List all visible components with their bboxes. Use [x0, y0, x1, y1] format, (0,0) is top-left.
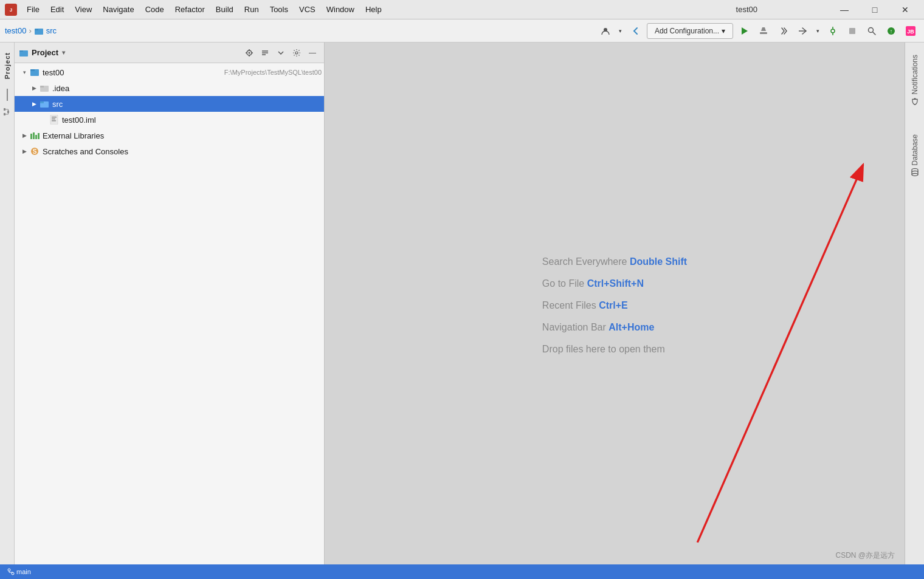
breadcrumb-folder[interactable]: src	[46, 26, 57, 35]
build-button[interactable]	[755, 22, 772, 39]
window-controls: — □ ✕	[830, 0, 919, 19]
minimize-button[interactable]: —	[830, 0, 858, 19]
project-panel-header: Project ▾	[15, 43, 324, 63]
breadcrumb: test00 › src	[5, 26, 57, 36]
menu-refactor[interactable]: Refactor	[170, 4, 210, 15]
tree-label-src: src	[52, 100, 322, 109]
tree-item-src[interactable]: ▶ src	[15, 96, 324, 112]
hint-recent-static: Recent Files	[542, 300, 596, 310]
structure-tab-icon[interactable]	[1, 106, 13, 118]
tree-item-idea[interactable]: ▶ .idea	[15, 80, 324, 96]
svg-line-14	[873, 32, 876, 35]
left-strip: Project	[0, 43, 15, 579]
back-button[interactable]	[627, 22, 644, 39]
project-panel-title-label: Project	[32, 48, 58, 57]
svg-marker-7	[761, 27, 766, 31]
menu-code[interactable]: Code	[140, 4, 169, 15]
svg-rect-39	[30, 69, 35, 71]
hint-drop-files: Drop files here to open them	[542, 344, 687, 355]
menu-navigate[interactable]: Navigate	[98, 4, 139, 15]
svg-text:↑: ↑	[890, 28, 893, 35]
menu-file[interactable]: File	[22, 4, 44, 15]
iml-file-icon	[49, 114, 60, 125]
user-dropdown-icon[interactable]: ▾	[616, 22, 625, 39]
add-configuration-button[interactable]: Add Configuration... ▾	[647, 23, 733, 39]
project-tab-label[interactable]: Project	[1, 47, 13, 84]
svg-rect-48	[30, 134, 32, 139]
locate-file-button[interactable]	[243, 46, 256, 60]
expand-arrow-idea[interactable]: ▶	[29, 85, 39, 91]
menu-view[interactable]: View	[70, 4, 97, 15]
hint-nav-static: Navigation Bar	[542, 322, 606, 332]
svg-rect-27	[19, 50, 23, 52]
hint-search-everywhere: Search Everywhere Double Shift	[542, 256, 687, 267]
svg-marker-5	[742, 27, 748, 35]
menu-window[interactable]: Window	[322, 4, 359, 15]
project-title-dropdown[interactable]: ▾	[62, 49, 65, 56]
profile-button[interactable]	[794, 22, 811, 39]
status-vcs[interactable]: main	[5, 568, 33, 575]
ext-libs-icon	[29, 130, 40, 141]
expand-arrow-src[interactable]: ▶	[29, 101, 39, 107]
menu-edit[interactable]: Edit	[46, 4, 69, 15]
tree-item-test00[interactable]: ▾ test00 F:\MyProjects\TestMySQL\test00	[15, 64, 324, 80]
svg-rect-44	[50, 115, 58, 125]
breadcrumb-project[interactable]: test00	[5, 26, 26, 35]
git-icon	[7, 568, 15, 575]
project-icon	[29, 67, 40, 78]
hint-goto-key: Ctrl+Shift+N	[587, 278, 644, 289]
svg-rect-51	[38, 133, 40, 139]
svg-rect-12	[849, 28, 855, 34]
update-button[interactable]: ↑	[883, 22, 900, 39]
project-folder-icon	[19, 49, 28, 57]
tree-item-scratches[interactable]: ▶ S Scratches and Consoles	[15, 143, 324, 159]
expand-all-button[interactable]	[274, 46, 288, 60]
coverage-button[interactable]	[774, 22, 791, 39]
expand-arrow-ext-libs[interactable]: ▶	[19, 132, 29, 139]
close-panel-button[interactable]: —	[306, 46, 319, 60]
svg-point-57	[912, 174, 918, 176]
menu-bar: File Edit View Navigate Code Refactor Bu…	[22, 4, 736, 15]
svg-point-59	[12, 572, 14, 575]
svg-point-9	[831, 29, 835, 33]
expand-arrow-scratches[interactable]: ▶	[19, 148, 29, 154]
jetbrains-button[interactable]: JB	[902, 22, 919, 39]
tree-item-iml[interactable]: test00.iml	[15, 112, 324, 128]
expand-arrow-test00[interactable]: ▾	[19, 69, 29, 75]
menu-vcs[interactable]: VCS	[294, 4, 320, 15]
tree-label-scratches: Scratches and Consoles	[43, 147, 322, 156]
main-layout: Project Project ▾	[0, 43, 924, 579]
maximize-button[interactable]: □	[861, 0, 889, 19]
folder-icon	[34, 26, 44, 36]
tree-label-test00: test00	[43, 68, 221, 77]
csdn-watermark: CSDN @亦是远方	[835, 550, 895, 561]
project-settings-button[interactable]	[290, 46, 303, 60]
stop-button[interactable]	[844, 22, 861, 39]
menu-tools[interactable]: Tools	[265, 4, 293, 15]
menu-help[interactable]: Help	[360, 4, 387, 15]
tree-item-ext-libs[interactable]: ▶ External Libraries	[15, 128, 324, 143]
commit-button[interactable]	[824, 22, 841, 39]
svg-rect-43	[40, 101, 44, 103]
profile-dropdown-icon[interactable]: ▾	[813, 22, 822, 39]
svg-rect-6	[760, 32, 767, 34]
menu-run[interactable]: Run	[240, 4, 264, 15]
title-bar: J File Edit View Navigate Code Refactor …	[0, 0, 924, 19]
hint-recent-files: Recent Files Ctrl+E	[542, 300, 687, 311]
git-branch-label: main	[16, 568, 31, 575]
tree-label-ext-libs: External Libraries	[43, 131, 322, 140]
notifications-tab[interactable]: Notifications	[907, 47, 923, 112]
hint-search-static: Search Everywhere	[542, 256, 627, 267]
close-button[interactable]: ✕	[891, 0, 919, 19]
menu-build[interactable]: Build	[211, 4, 238, 15]
editor-hints: Search Everywhere Double Shift Go to Fil…	[542, 256, 687, 366]
database-tab[interactable]: Database	[907, 127, 923, 183]
run-button[interactable]	[736, 22, 753, 39]
search-everywhere-button[interactable]	[863, 22, 880, 39]
svg-point-37	[295, 52, 298, 54]
user-button[interactable]	[597, 22, 614, 39]
hint-goto-static: Go to File	[542, 278, 584, 289]
collapse-all-button[interactable]	[258, 46, 272, 60]
svg-rect-47	[52, 120, 56, 122]
tree-label-iml: test00.iml	[62, 115, 322, 125]
